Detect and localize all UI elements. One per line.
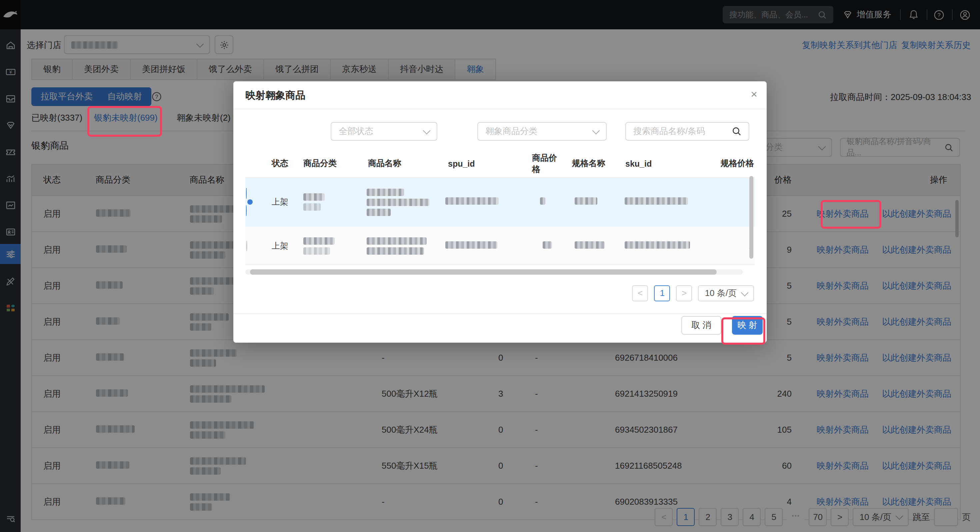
modal-close-icon[interactable]: × — [751, 88, 757, 101]
modal-page-size-select[interactable]: 10 条/页 — [698, 285, 754, 301]
map-product-modal: 映射翱象商品 × 全部状态 翱象商品分类 搜索商品名称/条码 状态 商品分类 — [233, 81, 767, 342]
col-status: 状态 — [267, 150, 293, 178]
col-sku-id: sku_id — [613, 150, 698, 178]
modal-category-select[interactable]: 翱象商品分类 — [477, 122, 607, 141]
divider — [233, 109, 767, 109]
status-cell: 上架 — [267, 226, 293, 266]
modal-search-input[interactable]: 搜索商品名称/条码 — [625, 122, 749, 141]
modal-title: 映射翱象商品 — [245, 89, 305, 102]
chevron-down-icon — [741, 289, 749, 296]
modal-next-page-button[interactable]: > — [676, 285, 692, 301]
modal-search-placeholder: 搜索商品名称/条码 — [633, 125, 705, 137]
modal-pagination: < 1 > 10 条/页 — [632, 285, 754, 301]
col-name: 商品名称 — [363, 150, 438, 178]
annotation-box-map-link — [821, 200, 881, 229]
radio-selected[interactable] — [246, 188, 266, 216]
col-radio — [245, 150, 267, 178]
partial-spec-price: 1 — [698, 226, 755, 266]
radio-unselected[interactable] — [246, 241, 247, 251]
annotation-box-yinbao-unmapped — [88, 106, 162, 137]
col-category: 商品分类 — [293, 150, 363, 178]
divider — [245, 264, 755, 264]
chevron-down-icon — [592, 127, 600, 134]
modal-product-row[interactable]: 上架 1 — [245, 226, 755, 266]
col-spu-id: spu_id — [438, 150, 523, 178]
scrollbar-thumb[interactable] — [250, 269, 717, 275]
col-spec-name: 规格名称 — [564, 150, 613, 178]
modal-horizontal-scrollbar[interactable] — [245, 269, 743, 275]
status-select-placeholder: 全部状态 — [339, 125, 373, 137]
category-select-placeholder: 翱象商品分类 — [485, 125, 537, 137]
col-spec-price: 规格价格 — [698, 150, 755, 178]
divider — [233, 313, 767, 314]
modal-table-header-row: 状态 商品分类 商品名称 spu_id 商品价格 规格名称 sku_id 规格价… — [245, 150, 755, 178]
modal-product-row-selected[interactable]: 上架 — [245, 178, 755, 226]
col-price: 商品价格 — [523, 150, 564, 178]
cancel-button[interactable]: 取 消 — [681, 316, 721, 334]
modal-prev-page-button[interactable]: < — [632, 285, 648, 301]
modal-page-button-1[interactable]: 1 — [654, 285, 670, 301]
search-icon — [732, 127, 741, 136]
aoxiang-products-table: 状态 商品分类 商品名称 spu_id 商品价格 规格名称 sku_id 规格价… — [245, 150, 755, 266]
chevron-down-icon — [423, 127, 431, 134]
app-root: ¥ 搜功能、商品、会员... 增值服务 ? — [0, 0, 980, 532]
status-cell: 上架 — [267, 178, 293, 226]
modal-vertical-scrollbar[interactable] — [749, 176, 753, 259]
modal-status-select[interactable]: 全部状态 — [331, 122, 438, 141]
annotation-box-confirm-button — [721, 317, 765, 345]
